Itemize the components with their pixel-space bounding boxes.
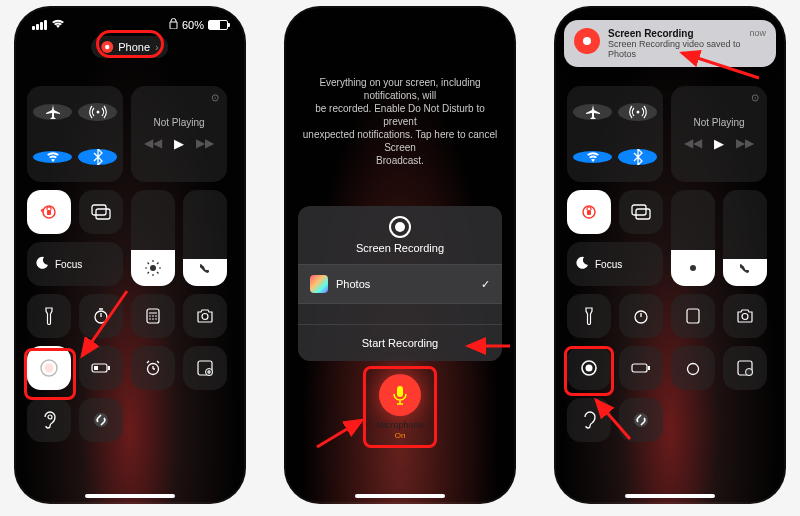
calculator-tile[interactable] xyxy=(131,294,175,338)
hearing-tile[interactable] xyxy=(567,398,611,442)
quick-note-tile[interactable] xyxy=(723,346,767,390)
screen-record-tile[interactable] xyxy=(27,346,71,390)
rotation-lock-tile[interactable] xyxy=(27,190,71,234)
record-dot-icon xyxy=(101,41,113,53)
svg-point-58 xyxy=(688,364,699,375)
timer-tile[interactable] xyxy=(619,294,663,338)
forward-icon[interactable]: ▶▶ xyxy=(736,136,754,151)
svg-point-23 xyxy=(149,318,151,320)
svg-rect-46 xyxy=(587,210,591,215)
destination-option[interactable]: Photos ✓ xyxy=(298,264,502,304)
wifi-toggle[interactable] xyxy=(33,151,72,163)
focus-tile[interactable]: Focus xyxy=(567,242,663,286)
media-tile[interactable]: ⊙ Not Playing ◀◀ ▶ ▶▶ xyxy=(671,86,767,182)
start-recording-button[interactable]: Start Recording xyxy=(298,324,502,361)
camera-tile[interactable] xyxy=(723,294,767,338)
svg-point-53 xyxy=(742,314,748,320)
svg-point-22 xyxy=(155,315,157,317)
bluetooth-toggle[interactable] xyxy=(618,149,657,165)
phone-screen-2: Everything on your screen, including not… xyxy=(284,6,516,504)
volume-slider[interactable] xyxy=(183,190,227,286)
wifi-toggle[interactable] xyxy=(573,151,612,163)
annotation-arrow xyxy=(312,412,372,456)
svg-point-0 xyxy=(105,45,109,49)
svg-point-21 xyxy=(152,315,154,317)
calculator-tile[interactable] xyxy=(671,294,715,338)
popup-title: Screen Recording xyxy=(298,242,502,264)
timer-tile[interactable] xyxy=(79,294,123,338)
focus-label: Focus xyxy=(55,259,82,270)
volume-slider[interactable] xyxy=(723,190,767,286)
rotation-lock-tile[interactable] xyxy=(567,190,611,234)
shazam-tile[interactable] xyxy=(619,398,663,442)
pill-label: Phone xyxy=(118,41,150,53)
alarm-tile[interactable] xyxy=(131,346,175,390)
svg-point-41 xyxy=(48,415,52,419)
airplay-icon[interactable]: ⊙ xyxy=(751,92,759,103)
screen-recording-popup: Screen Recording Photos ✓ Start Recordin… xyxy=(298,206,502,361)
media-tile[interactable]: ⊙ Not Playing ◀◀ ▶ ▶▶ xyxy=(131,86,227,182)
svg-line-36 xyxy=(157,361,159,363)
svg-rect-5 xyxy=(96,209,110,219)
focus-tile[interactable]: Focus xyxy=(27,242,123,286)
svg-rect-43 xyxy=(397,386,403,397)
recording-pill[interactable]: Phone › xyxy=(91,36,168,58)
phone-icon xyxy=(739,263,751,275)
svg-rect-30 xyxy=(108,366,110,370)
notification-banner[interactable]: Screen Recording Screen Recording video … xyxy=(564,20,776,67)
svg-rect-48 xyxy=(636,209,650,219)
chevron-right-icon: › xyxy=(155,41,159,53)
home-indicator[interactable] xyxy=(625,494,715,498)
brightness-slider[interactable] xyxy=(131,190,175,286)
record-ring-icon xyxy=(389,216,411,238)
svg-point-20 xyxy=(149,315,151,317)
svg-point-1 xyxy=(96,110,99,113)
cellular-toggle[interactable] xyxy=(618,103,657,121)
bluetooth-toggle[interactable] xyxy=(78,149,117,165)
cellular-toggle[interactable] xyxy=(78,103,117,121)
focus-label: Focus xyxy=(595,259,622,270)
flashlight-tile[interactable] xyxy=(27,294,71,338)
media-label: Not Playing xyxy=(153,117,204,128)
home-indicator[interactable] xyxy=(355,494,445,498)
airplane-toggle[interactable] xyxy=(573,104,612,120)
flashlight-tile[interactable] xyxy=(567,294,611,338)
hearing-tile[interactable] xyxy=(27,398,71,442)
home-indicator[interactable] xyxy=(85,494,175,498)
low-power-tile[interactable] xyxy=(79,346,123,390)
screen-mirroring-tile[interactable] xyxy=(79,190,123,234)
mic-state: On xyxy=(369,431,431,440)
svg-rect-57 xyxy=(648,366,650,370)
svg-line-35 xyxy=(147,361,149,363)
phone-icon xyxy=(199,263,211,275)
forward-icon[interactable]: ▶▶ xyxy=(196,136,214,151)
phone-screen-1: 60% Phone › ⊙ Not Playing ◀◀ ▶ xyxy=(14,6,246,504)
svg-point-28 xyxy=(45,364,54,373)
connectivity-group[interactable] xyxy=(567,86,663,182)
alarm-tile[interactable] xyxy=(671,346,715,390)
airplay-icon[interactable]: ⊙ xyxy=(211,92,219,103)
low-power-tile[interactable] xyxy=(619,346,663,390)
play-icon[interactable]: ▶ xyxy=(174,136,184,151)
svg-rect-4 xyxy=(92,205,106,215)
microphone-toggle[interactable]: Microphone On xyxy=(369,374,431,440)
battery-status: 60% xyxy=(169,18,228,31)
rewind-icon[interactable]: ◀◀ xyxy=(684,136,702,151)
screen-record-tile[interactable] xyxy=(567,346,611,390)
svg-point-26 xyxy=(202,314,208,320)
status-bar: 60% xyxy=(14,6,246,31)
rewind-icon[interactable]: ◀◀ xyxy=(144,136,162,151)
play-icon[interactable]: ▶ xyxy=(714,136,724,151)
quick-note-tile[interactable] xyxy=(183,346,227,390)
camera-tile[interactable] xyxy=(183,294,227,338)
broadcast-warning[interactable]: Everything on your screen, including not… xyxy=(302,76,498,167)
svg-rect-31 xyxy=(94,366,98,370)
svg-line-14 xyxy=(157,262,159,264)
shazam-tile[interactable] xyxy=(79,398,123,442)
moon-icon xyxy=(575,256,589,272)
screen-mirroring-tile[interactable] xyxy=(619,190,663,234)
airplane-toggle[interactable] xyxy=(33,104,72,120)
svg-line-12 xyxy=(157,272,159,274)
brightness-slider[interactable] xyxy=(671,190,715,286)
connectivity-group[interactable] xyxy=(27,86,123,182)
